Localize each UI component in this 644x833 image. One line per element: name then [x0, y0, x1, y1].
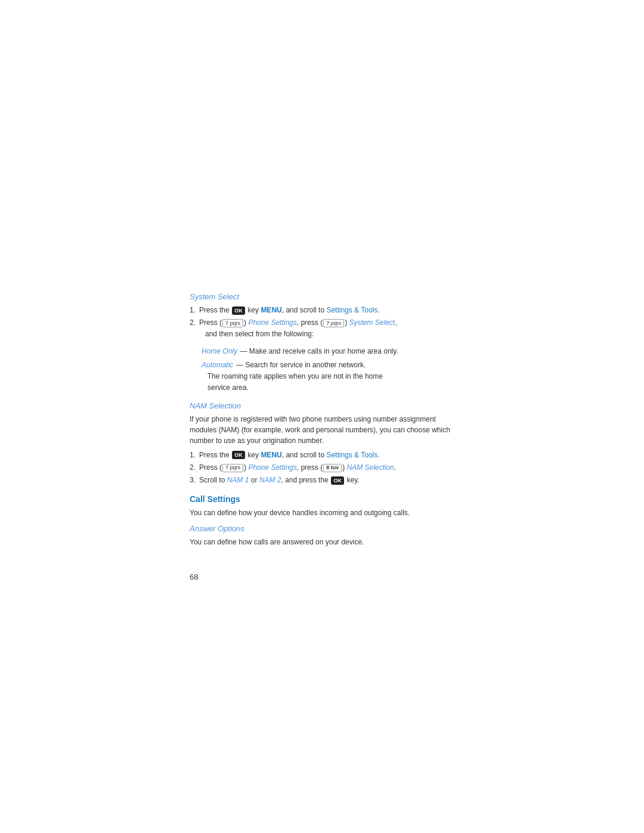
nam-selection-link[interactable]: NAM Selection	[346, 463, 394, 472]
answer-options-subsection: Answer Options You can define how calls …	[190, 524, 458, 547]
seven-pqrs-key-1: 7 pqrs	[222, 319, 243, 327]
nam-selection-steps: 1. Press the OK key MENU, and scroll to …	[190, 450, 458, 487]
system-select-step-1: 1. Press the OK key MENU, and scroll to …	[190, 305, 458, 316]
automatic-option: Automatic — Search for service in anothe…	[190, 359, 458, 393]
settings-tools-link-2[interactable]: Settings & Tools	[326, 451, 377, 459]
nam1-link[interactable]: NAM 1	[227, 476, 249, 484]
ok-key-badge: OK	[232, 306, 245, 315]
page-container: System Select 1. Press the OK key MENU, …	[0, 0, 644, 833]
seven-pqrs-key-2: 7 pqrs	[323, 319, 344, 327]
nam2-link[interactable]: NAM 2	[259, 476, 281, 484]
eight-tuv-key: 8 tuv	[323, 464, 342, 472]
content-area: System Select 1. Press the OK key MENU, …	[190, 292, 458, 556]
call-settings-section: Call Settings You can define how your de…	[190, 494, 458, 547]
nam-step-3: 3. Scroll to NAM 1 or NAM 2, and press t…	[190, 475, 458, 486]
page-number: 68	[190, 572, 198, 581]
nam-selection-heading: NAM Selection	[190, 401, 458, 410]
nam-step-num-3: 3.	[190, 475, 196, 486]
call-settings-heading: Call Settings	[190, 494, 458, 504]
ok-key-badge-3: OK	[331, 476, 344, 485]
settings-tools-link-1[interactable]: Settings & Tools	[326, 306, 377, 314]
nam-step-2: 2. Press (7 pqrs) Phone Settings, press …	[190, 462, 458, 473]
step-num: 1.	[190, 305, 196, 316]
ok-key-badge-2: OK	[232, 451, 245, 459]
menu-label-2: MENU	[261, 451, 281, 459]
system-select-section: System Select 1. Press the OK key MENU, …	[190, 292, 458, 393]
seven-pqrs-key-3: 7 pqrs	[222, 464, 243, 472]
answer-options-heading: Answer Options	[190, 524, 458, 533]
nam-selection-section: NAM Selection If your phone is registere…	[190, 401, 458, 487]
step-num-2: 2.	[190, 317, 196, 329]
home-only-option: Home Only — Make and receive calls in yo…	[190, 345, 458, 357]
nam-step-num-2: 2.	[190, 462, 196, 473]
call-settings-intro: You can define how your device handles i…	[190, 507, 458, 518]
nam-step-1: 1. Press the OK key MENU, and scroll to …	[190, 450, 458, 461]
answer-options-desc: You can define how calls are answered on…	[190, 537, 458, 547]
system-select-steps: 1. Press the OK key MENU, and scroll to …	[190, 305, 458, 340]
system-select-heading: System Select	[190, 292, 458, 301]
phone-settings-link-1[interactable]: Phone Settings	[248, 318, 296, 327]
home-only-term: Home Only	[202, 347, 237, 355]
system-select-link[interactable]: System Select	[349, 318, 395, 327]
nam-step-num-1: 1.	[190, 450, 196, 461]
nam-selection-intro: If your phone is registered with two pho…	[190, 414, 458, 446]
menu-label: MENU	[261, 306, 281, 314]
home-only-desc: — Make and receive calls in your home ar…	[240, 347, 398, 355]
automatic-term: Automatic	[202, 361, 233, 369]
system-select-step-2: 2. Press (7 pqrs) Phone Settings, press …	[190, 317, 458, 340]
phone-settings-link-2[interactable]: Phone Settings	[248, 463, 296, 472]
